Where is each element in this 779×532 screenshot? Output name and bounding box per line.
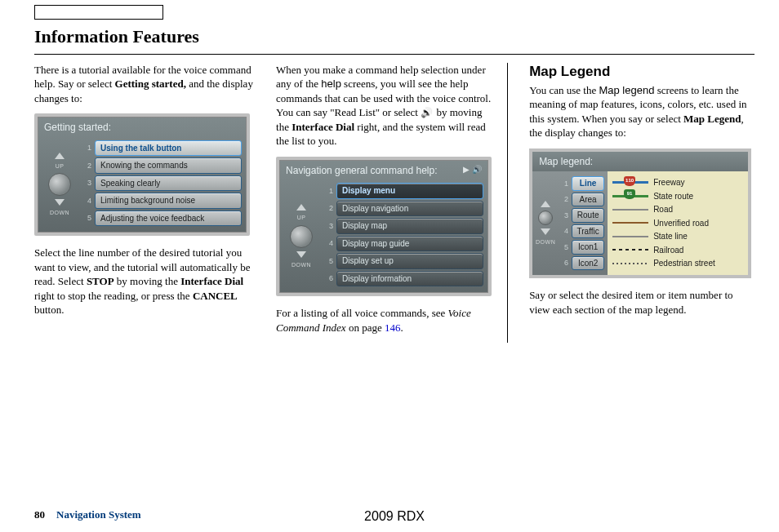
legend-left-list: DOWN 1Line 2Area 3Route 4Traffic 5Icon1 … bbox=[532, 171, 608, 275]
list-item[interactable]: 5Display set up bbox=[323, 253, 483, 269]
list-item[interactable]: 3Route bbox=[559, 208, 604, 223]
legend-row: 91State route bbox=[612, 191, 743, 202]
bold-stop: STOP bbox=[87, 275, 114, 287]
row-num: 1 bbox=[559, 179, 572, 188]
col1-para2: Select the line number of the desired tu… bbox=[34, 246, 255, 317]
shield-icon: 110 bbox=[624, 176, 635, 186]
arrow-down-icon bbox=[541, 228, 550, 235]
knob-down-label: DOWN bbox=[536, 238, 555, 246]
row-button[interactable]: Display map bbox=[336, 218, 483, 234]
row-button[interactable]: Limiting background noise bbox=[95, 193, 242, 209]
list-item[interactable]: 4Limiting background noise bbox=[82, 193, 242, 209]
map-legend-screen: Map legend: DOWN 1Line 2Area 3Route 4Tra… bbox=[529, 149, 751, 278]
legend-label: Road bbox=[653, 204, 673, 215]
list-item[interactable]: 2Knowing the commands bbox=[82, 157, 242, 174]
row-num: 4 bbox=[82, 196, 95, 206]
nav-command-help-screen: Navigation general command help: ▶ 🔊 UP … bbox=[276, 157, 492, 296]
legend-row: Railroad bbox=[612, 245, 743, 256]
col2-para1: When you make a command help selection u… bbox=[276, 63, 496, 149]
list-item[interactable]: 1Line bbox=[559, 176, 604, 191]
page-number: 80 bbox=[34, 508, 45, 522]
list-item[interactable]: 5Icon1 bbox=[559, 240, 604, 255]
dial-icon bbox=[538, 211, 553, 225]
row-button[interactable]: Display menu bbox=[336, 183, 483, 199]
row-num: 5 bbox=[323, 256, 336, 266]
list-item[interactable]: 1Using the talk button bbox=[82, 140, 242, 157]
row-num: 2 bbox=[323, 203, 336, 213]
list-item[interactable]: 6Display information bbox=[323, 271, 483, 287]
bold-interface-dial: Interface Dial bbox=[180, 275, 243, 287]
row-num: 5 bbox=[559, 242, 572, 252]
screen-title: Navigation general command help: bbox=[279, 160, 488, 180]
row-num: 1 bbox=[323, 186, 336, 196]
map-legend-heading: Map Legend bbox=[529, 63, 755, 82]
list-item[interactable]: 3Speaking clearly bbox=[82, 175, 242, 192]
list-item[interactable]: 3Display map bbox=[323, 218, 483, 234]
list-item[interactable]: 2Display navigation bbox=[323, 201, 483, 217]
row-button[interactable]: Knowing the commands bbox=[95, 157, 242, 174]
row-num: 4 bbox=[559, 226, 572, 236]
knob-up-label: UP bbox=[297, 214, 306, 221]
column-1: There is a tutorial available for the vo… bbox=[34, 63, 255, 344]
knob-down-label: DOWN bbox=[50, 209, 69, 216]
footer: 80 Navigation System 2009 RDX bbox=[34, 508, 755, 522]
row-button[interactable]: Display set up bbox=[336, 253, 483, 269]
legend-row: Unverified road bbox=[612, 218, 743, 229]
list-item[interactable]: 2Area bbox=[559, 193, 604, 207]
text: on page bbox=[346, 321, 385, 334]
horizontal-rule bbox=[34, 54, 755, 55]
bold-map-legend: Map Legend bbox=[683, 113, 741, 125]
knob-column: UP DOWN bbox=[38, 137, 82, 233]
row-button[interactable]: Speaking clearly bbox=[95, 175, 242, 192]
getting-started-screen: Getting started: UP DOWN 1Using the talk… bbox=[34, 113, 250, 236]
row-num: 6 bbox=[323, 273, 336, 283]
arrow-up-icon bbox=[541, 201, 550, 207]
legend-label: Unverified road bbox=[653, 218, 709, 229]
list-item[interactable]: 4Display map guide bbox=[323, 236, 483, 252]
col1-para1: There is a tutorial available for the vo… bbox=[34, 63, 255, 106]
legend-row: State line bbox=[612, 231, 743, 242]
row-num: 3 bbox=[559, 211, 572, 220]
row-button[interactable]: Traffic bbox=[572, 224, 604, 239]
row-num: 2 bbox=[82, 161, 95, 171]
col2-para2: For a listing of all voice commands, see… bbox=[276, 306, 496, 335]
page-link-146[interactable]: 146 bbox=[385, 321, 401, 334]
getting-started-rows: 1Using the talk button 2Knowing the comm… bbox=[82, 137, 247, 233]
arrow-down-icon bbox=[55, 199, 65, 206]
row-button[interactable]: Display navigation bbox=[336, 201, 483, 217]
page-title: Information Features bbox=[34, 24, 755, 49]
legend-row: 110Freeway bbox=[612, 177, 743, 188]
row-button[interactable]: Line bbox=[572, 176, 604, 191]
row-num: 4 bbox=[323, 238, 336, 248]
list-item[interactable]: 1Display menu bbox=[323, 183, 483, 199]
row-button[interactable]: Route bbox=[572, 208, 604, 223]
row-button[interactable]: Display information bbox=[336, 271, 483, 287]
row-button[interactable]: Icon1 bbox=[572, 240, 604, 255]
legend-label: State route bbox=[653, 191, 693, 202]
text: button. bbox=[34, 304, 64, 316]
legend-label: Pedestrian street bbox=[653, 258, 715, 269]
row-button[interactable]: Adjusting the voice feedback bbox=[95, 211, 242, 227]
text: For a listing of all voice commands, see bbox=[276, 307, 447, 319]
text: by moving the bbox=[114, 275, 181, 287]
legend-row: Road bbox=[612, 204, 743, 215]
legend-label: Railroad bbox=[653, 245, 683, 256]
section-label: Navigation System bbox=[56, 508, 141, 522]
row-button[interactable]: Area bbox=[572, 193, 604, 207]
bold-cancel: CANCEL bbox=[193, 290, 238, 302]
list-item[interactable]: 6Icon2 bbox=[559, 256, 604, 271]
list-item[interactable]: 5Adjusting the voice feedback bbox=[82, 211, 242, 227]
text: right to stop the reading, or press the bbox=[34, 290, 193, 302]
row-num: 3 bbox=[82, 178, 95, 188]
bold-interface-dial: Interface Dial bbox=[292, 121, 354, 133]
list-item[interactable]: 4Traffic bbox=[559, 224, 604, 239]
knob-column: DOWN bbox=[532, 171, 559, 275]
knob-up-label: UP bbox=[56, 162, 65, 170]
col3-para2: Say or select the desired item or item n… bbox=[529, 288, 755, 317]
row-num: 3 bbox=[323, 221, 336, 231]
row-button[interactable]: Display map guide bbox=[336, 236, 483, 252]
row-button[interactable]: Using the talk button bbox=[95, 140, 242, 157]
row-button[interactable]: Icon2 bbox=[572, 256, 604, 271]
sans-map-legend: Map legend bbox=[599, 84, 654, 96]
row-num: 2 bbox=[559, 194, 572, 204]
